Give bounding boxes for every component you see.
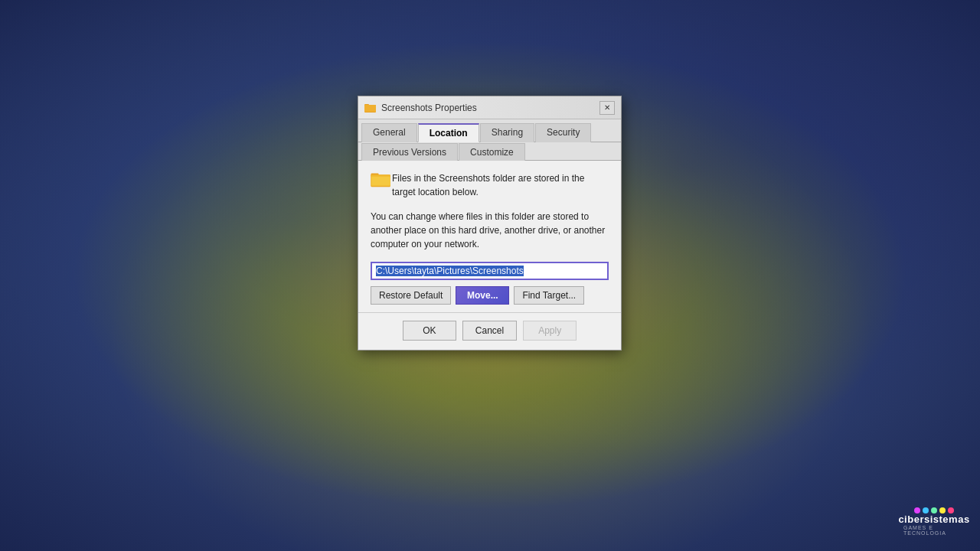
move-button[interactable]: Move... (456, 286, 509, 305)
tab-sharing[interactable]: Sharing (480, 123, 534, 142)
close-button[interactable]: ✕ (599, 101, 615, 115)
watermark-brand: cibersistemas (898, 514, 969, 525)
tab-security[interactable]: Security (535, 123, 591, 142)
svg-rect-2 (364, 105, 376, 112)
dot-1 (914, 507, 920, 514)
find-target-button[interactable]: Find Target... (514, 286, 584, 305)
cancel-button[interactable]: Cancel (462, 321, 517, 341)
watermark-dots (914, 507, 954, 514)
restore-default-button[interactable]: Restore Default (371, 286, 451, 305)
dot-4 (939, 507, 946, 514)
screenshots-properties-dialog: Screenshots Properties ✕ General Locatio… (358, 96, 622, 350)
dot-5 (948, 507, 954, 514)
dialog-content: Files in the Screenshots folder are stor… (358, 161, 621, 312)
tabs-row2: Previous Versions Customize (358, 142, 621, 161)
title-bar: Screenshots Properties ✕ (358, 96, 621, 119)
tab-previous-versions[interactable]: Previous Versions (361, 143, 458, 161)
svg-rect-6 (371, 177, 390, 186)
watermark-logo: cibersistemas GAMES E TECNOLOGIA (903, 505, 965, 536)
info-text2: You can change where files in this folde… (371, 210, 609, 251)
tab-location[interactable]: Location (418, 123, 479, 142)
tab-general[interactable]: General (361, 123, 417, 142)
info-row: Files in the Screenshots folder are stor… (371, 171, 609, 199)
dialog-footer: OK Cancel Apply (358, 312, 621, 350)
apply-button[interactable]: Apply (523, 321, 577, 341)
info-text-block: Files in the Screenshots folder are stor… (392, 171, 584, 199)
title-bar-folder-icon (364, 102, 377, 114)
dot-3 (931, 507, 937, 514)
watermark-sub: GAMES E TECNOLOGIA (903, 525, 965, 536)
action-buttons: Restore Default Move... Find Target... (371, 286, 609, 305)
dialog-title: Screenshots Properties (381, 103, 599, 113)
title-bar-controls: ✕ (599, 101, 615, 115)
dot-2 (923, 507, 929, 514)
tab-customize[interactable]: Customize (459, 143, 525, 161)
ok-button[interactable]: OK (403, 321, 456, 341)
tabs-container: General Location Sharing Security (358, 119, 621, 142)
watermark: cibersistemas GAMES E TECNOLOGIA (903, 505, 965, 536)
path-input[interactable] (371, 262, 609, 280)
folder-icon-large (371, 171, 392, 188)
